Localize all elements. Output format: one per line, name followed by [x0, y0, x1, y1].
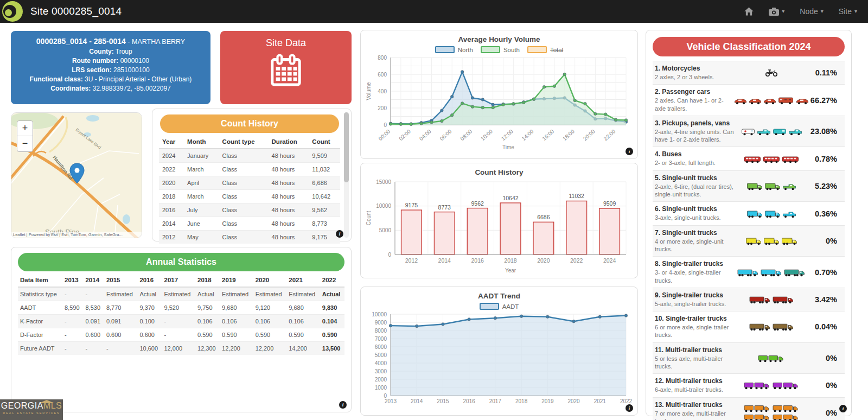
site-info-line: County: Troup	[17, 47, 204, 56]
svg-text:2016: 2016	[463, 398, 476, 404]
truck-icon	[781, 237, 797, 245]
vehicle-class-description: 5 or less axle, multi-trailer trucks.	[655, 355, 734, 371]
svg-text:2024: 2024	[603, 257, 616, 264]
page-title: Site 0000285_0014	[30, 5, 122, 17]
table-row: Statistics type--EstimatedActualEstimate…	[18, 287, 344, 301]
chart-title: Average Hourly Volume	[361, 30, 637, 43]
semi-icon	[773, 295, 794, 304]
camera-menu[interactable]: ▾	[769, 8, 784, 16]
app-logo-icon[interactable]	[1, 1, 23, 22]
svg-text:9175: 9175	[405, 202, 418, 208]
svg-text:9000: 9000	[375, 320, 387, 326]
vehicle-class-name: 7. Single-unit trucks	[655, 229, 734, 237]
scrollbar-thumb[interactable]	[344, 112, 349, 182]
column-header: Month	[184, 135, 219, 149]
table-row: 2012MayClass48 hours9,175	[159, 231, 340, 244]
site-name: - MARTHA BERRY	[126, 38, 185, 46]
vehicle-class-description: 2- or 3-axle, full length.	[655, 159, 734, 167]
svg-text:Year: Year	[505, 268, 516, 273]
svg-text:2018: 2018	[504, 257, 517, 264]
count-history-table: YearMonthCount typeDurationCount 2024Jan…	[159, 135, 340, 244]
vehicle-classification-panel: Vehicle Classification 2024 1. Motorcycl…	[646, 30, 852, 416]
legend-item-total[interactable]: Total	[527, 46, 563, 53]
vehicle-class-description: 3- or 4-axle, single-trailer trucks.	[655, 269, 734, 284]
georgia-mls-logo[interactable]: GEORGIAMLS REAL ESTATE SERVICES	[0, 399, 63, 420]
svg-text:8773: 8773	[438, 204, 451, 211]
info-icon[interactable]: i	[339, 401, 347, 409]
semi-icon	[749, 322, 771, 331]
svg-text:7000: 7000	[375, 336, 387, 342]
info-icon[interactable]: i	[626, 404, 633, 412]
hourly-volume-chart[interactable]: 020040060080000:0002:0004:0006:0008:0010…	[361, 53, 637, 151]
chart-legend: NorthSouthTotal	[361, 46, 637, 53]
car-icon	[763, 96, 776, 105]
site-info-card: 0000285_0014 - 285-0014 - MARTHA BERRY C…	[11, 31, 210, 104]
site-dropdown[interactable]: Site▾	[839, 7, 857, 16]
column-header: Data Item	[18, 273, 62, 287]
hourly-volume-panel: Average Hourly Volume NorthSouthTotal 02…	[360, 30, 638, 159]
aadt-trend-chart[interactable]: 0100020003000400050006000700080009000100…	[361, 310, 637, 408]
svg-text:10:00: 10:00	[480, 128, 494, 142]
vehicle-class-name: 9. Single-trailer trucks	[655, 291, 734, 299]
svg-text:18:00: 18:00	[561, 128, 576, 142]
vehicle-class-row: 10. Single-trailer trucks6 or more axle,…	[653, 311, 845, 342]
svg-text:600: 600	[378, 72, 387, 78]
info-icon[interactable]: i	[839, 405, 847, 412]
svg-text:15000: 15000	[376, 179, 391, 185]
vehicle-class-name: 5. Single-unit trucks	[655, 174, 734, 182]
svg-text:5000: 5000	[375, 352, 387, 358]
bus-icon	[763, 155, 780, 163]
svg-text:0: 0	[388, 252, 391, 258]
vanw-icon	[741, 127, 755, 136]
zoom-out-button[interactable]: −	[17, 136, 33, 151]
vehicle-class-name: 10. Single-trailer trucks	[655, 315, 734, 322]
double-icon	[758, 354, 785, 362]
svg-text:2021: 2021	[594, 398, 607, 404]
vehicle-classification-header: Vehicle Classification 2024	[653, 37, 845, 56]
svg-text:2012: 2012	[405, 257, 418, 264]
svg-text:0: 0	[384, 393, 387, 399]
zoom-in-button[interactable]: +	[17, 121, 33, 136]
svg-text:2022: 2022	[620, 398, 633, 404]
vehicle-class-percentage: 66.27%	[809, 96, 843, 105]
vehicle-class-icons	[734, 96, 809, 105]
truck-icon	[745, 237, 762, 245]
double-icon	[744, 413, 771, 420]
scrollbar-track[interactable]	[344, 112, 349, 238]
site-data-label: Site Data	[220, 37, 352, 49]
semi-icon	[761, 268, 782, 277]
site-data-button[interactable]: Site Data	[220, 31, 352, 104]
vehicle-class-description: 2-axle, 4-tire single units. Can have 1-…	[655, 128, 734, 144]
vehicle-class-icons	[734, 268, 809, 277]
car-icon	[734, 96, 747, 105]
table-row: 2022MarchClass48 hours11,032	[159, 163, 340, 176]
pickup-icon	[788, 127, 802, 136]
vehicle-class-name: 2. Passenger cars	[655, 88, 734, 96]
home-icon[interactable]	[744, 7, 754, 16]
legend-item-aadt[interactable]: AADT	[480, 303, 519, 310]
car-icon	[749, 96, 762, 105]
column-header: 2017	[162, 273, 196, 287]
info-icon[interactable]: i	[626, 148, 633, 155]
vehicle-class-row: 4. Buses2- or 3-axle, full length.0.78%	[653, 147, 845, 170]
svg-text:06:00: 06:00	[439, 128, 453, 142]
truck-icon	[746, 209, 763, 218]
svg-text:2015: 2015	[437, 398, 449, 404]
vehicle-class-icons	[734, 295, 809, 304]
svg-text:3000: 3000	[375, 368, 387, 374]
node-dropdown[interactable]: Node▾	[800, 7, 824, 16]
legend-item-south[interactable]: South	[481, 46, 520, 53]
map-attribution[interactable]: Leaflet | Powered by Esri | Esri, TomTom…	[11, 232, 142, 238]
site-map[interactable]: Bryant Lake Blvd Hamilton Rd South Pine …	[11, 112, 142, 238]
svg-text:2000: 2000	[375, 377, 387, 383]
svg-text:200: 200	[378, 105, 387, 111]
vehicle-class-icons	[734, 182, 809, 190]
count-history-bar-chart[interactable]: 0500010000150009175201287732014956220161…	[361, 176, 637, 274]
svg-text:0: 0	[384, 122, 387, 128]
vehicle-class-percentage: 0.70%	[809, 268, 843, 277]
legend-item-north[interactable]: North	[435, 46, 473, 53]
svg-text:2020: 2020	[567, 398, 580, 404]
column-header: 2013	[62, 273, 83, 287]
info-icon[interactable]: i	[336, 230, 343, 238]
vehicle-class-name: 1. Motorcycles	[655, 65, 734, 72]
